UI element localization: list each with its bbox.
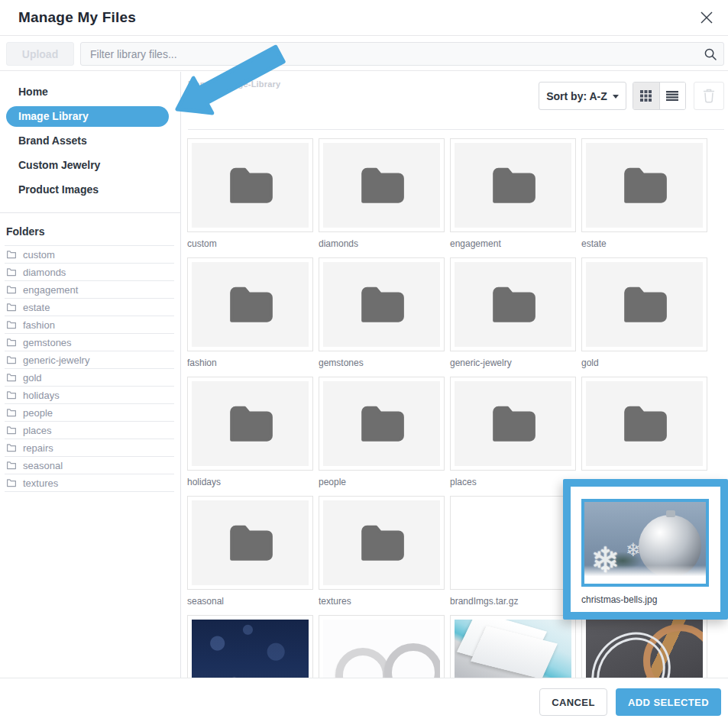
add-selected-button[interactable]: ADD SELECTED (616, 688, 721, 716)
grid-item-estate[interactable]: estate (581, 138, 707, 249)
grid-item-gold[interactable]: gold (581, 257, 707, 368)
image-diamond-rings (323, 620, 440, 678)
grid-item-fashion[interactable]: fashion (187, 257, 313, 368)
sidebar-folder-list: customdiamondsengagementestatefashiongem… (5, 245, 174, 492)
grid-item-label: generic-jewelry (450, 358, 576, 368)
sidebar-folder-engagement[interactable]: engagement (5, 281, 174, 299)
grid-item[interactable] (450, 615, 576, 678)
sidebar-item-brand-assets[interactable]: Brand Assets (0, 128, 180, 153)
folder-outline-icon (6, 408, 17, 417)
chevron-down-icon (613, 95, 619, 99)
folder-outline-icon (6, 426, 17, 435)
upload-button[interactable]: Upload (6, 42, 74, 66)
search-icon (704, 47, 717, 61)
sidebar-folder-custom[interactable]: custom (5, 246, 174, 264)
grid-item-custom[interactable]: custom (187, 138, 313, 249)
sidebar-folder-people[interactable]: people (5, 404, 174, 422)
sidebar-item-custom-jewelry[interactable]: Custom Jewelry (0, 153, 180, 177)
image-tile (187, 615, 313, 678)
sidebar-folder-seasonal[interactable]: seasonal (5, 457, 174, 474)
selected-card-inner: ❄ ❄ christmas-bells.jpg (571, 487, 720, 612)
folder-outline-icon (6, 355, 17, 364)
grid-item-seasonal[interactable]: seasonal (187, 496, 313, 607)
sidebar-folder-estate[interactable]: estate (5, 299, 174, 316)
folder-tile (187, 138, 313, 232)
grid-item-generic-jewelry[interactable]: generic-jewelry (450, 257, 576, 368)
folder-solid-icon (225, 403, 276, 445)
sidebar-folder-diamonds[interactable]: diamonds (5, 264, 174, 281)
folder-outline-icon (6, 461, 17, 470)
grid-item-label: engagement (450, 238, 576, 249)
file-tile (450, 496, 576, 590)
folder-tile (187, 257, 313, 351)
grid-item-places[interactable]: places (450, 377, 576, 487)
sidebar-item-home[interactable]: Home (0, 79, 180, 104)
grid-item-label: seasonal (187, 596, 313, 607)
folder-outline-icon (6, 250, 17, 259)
folder-name: estate (23, 299, 50, 316)
grid-item[interactable] (581, 377, 707, 487)
christmas-bells-thumbnail: ❄ ❄ (581, 499, 709, 587)
grid-item-label: gold (581, 358, 707, 368)
folder-tile (581, 257, 707, 351)
grid-item-label: gemstones (319, 358, 445, 368)
sidebar-folder-places[interactable]: places (5, 422, 174, 439)
folder-solid-icon (357, 523, 407, 564)
folder-name: engagement (23, 281, 78, 299)
folder-outline-icon (6, 303, 17, 312)
grid-item-people[interactable]: people (319, 377, 445, 487)
folder-solid-icon (225, 523, 276, 564)
grid-item-label: places (450, 477, 576, 487)
list-view-button[interactable] (659, 83, 686, 109)
folder-name: holidays (23, 387, 60, 404)
image-tile (581, 615, 707, 678)
trash-icon (703, 89, 715, 103)
grid-item-engagement[interactable]: engagement (450, 138, 576, 249)
grid-item-brandImgs.tar.gz[interactable]: brandImgs.tar.gz (450, 496, 576, 607)
folder-solid-icon (620, 165, 670, 206)
sidebar-folder-holidays[interactable]: holidays (5, 387, 174, 404)
sidebar-item-image-library[interactable]: Image Library (6, 106, 169, 127)
grid-item-textures[interactable]: textures (319, 496, 445, 607)
folder-name: people (23, 404, 53, 422)
sidebar-folder-generic-jewelry[interactable]: generic-jewelry (5, 351, 174, 369)
grid-view-button[interactable] (633, 83, 659, 109)
list-view-icon (666, 91, 678, 101)
folder-name: custom (23, 246, 55, 264)
close-button[interactable] (697, 8, 717, 28)
cancel-button[interactable]: CANCEL (539, 688, 607, 716)
grid-item-label: estate (581, 238, 707, 249)
grid-item[interactable] (187, 615, 313, 678)
filter-input[interactable] (80, 42, 724, 66)
folder-solid-icon (225, 284, 276, 325)
folder-tile (450, 138, 576, 232)
grid-item-label: diamonds (319, 238, 445, 249)
folder-tile (581, 138, 707, 232)
sidebar-folder-gold[interactable]: gold (5, 369, 174, 387)
folder-outline-icon (6, 478, 17, 487)
image-gift-box (455, 620, 571, 678)
folder-name: gemstones (23, 334, 72, 351)
selected-file-card[interactable]: ❄ ❄ christmas-bells.jpg (563, 479, 728, 620)
sidebar-folder-repairs[interactable]: repairs (5, 439, 174, 457)
view-toggle-group (633, 82, 686, 110)
grid-item[interactable] (319, 615, 445, 678)
sidebar-item-product-images[interactable]: Product Images (0, 177, 180, 202)
delete-button[interactable] (694, 82, 724, 110)
folder-outline-icon (6, 267, 17, 277)
grid-item[interactable] (581, 615, 707, 678)
folder-name: seasonal (23, 457, 63, 474)
sidebar-folder-gemstones[interactable]: gemstones (5, 334, 174, 351)
folder-tile (319, 138, 445, 232)
folder-solid-icon (488, 165, 539, 206)
grid-item-holidays[interactable]: holidays (187, 377, 313, 487)
folder-solid-icon (357, 284, 407, 325)
sidebar-folder-fashion[interactable]: fashion (5, 316, 174, 334)
dialog-header: Manage My Files (0, 0, 728, 36)
sidebar-folder-textures[interactable]: textures (5, 474, 174, 492)
sort-by-button[interactable]: Sort by: A-Z (539, 82, 626, 110)
grid-item-gemstones[interactable]: gemstones (319, 257, 445, 368)
grid-item-label: custom (187, 238, 313, 249)
image-tile (319, 615, 445, 678)
grid-item-diamonds[interactable]: diamonds (319, 138, 445, 249)
